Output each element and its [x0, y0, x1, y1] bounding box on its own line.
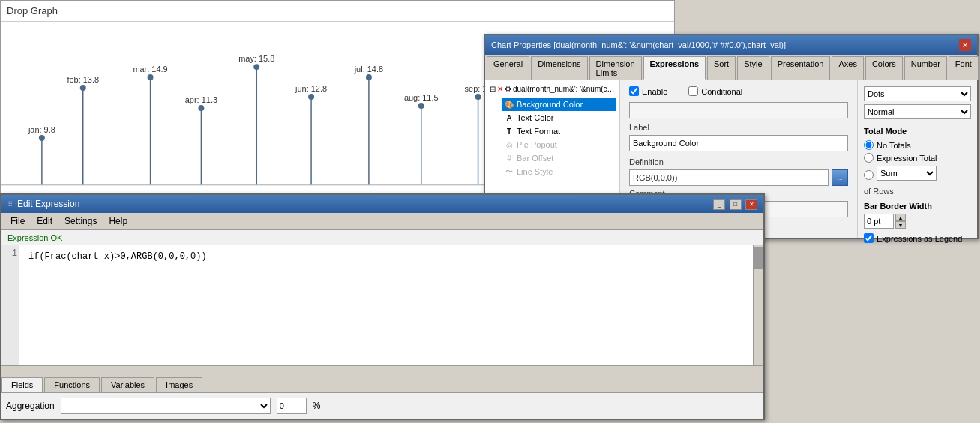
menu-file[interactable]: File	[4, 214, 31, 228]
expr-legend-label: Expressions as Legend	[877, 234, 962, 243]
tab-fields[interactable]: Fields	[1, 377, 43, 392]
tab-dimensions[interactable]: Dimensions	[531, 56, 587, 80]
tab-sort[interactable]: Sort	[707, 56, 736, 80]
expr-total-radio[interactable]	[864, 153, 874, 163]
svg-point-25	[475, 94, 481, 100]
chart-props-title: Chart Properties [dual(month_num&': '&nu…	[491, 40, 786, 50]
bottom-content: Aggregation %	[1, 393, 763, 418]
svg-point-22	[418, 103, 424, 109]
definition-btn[interactable]: ...	[832, 170, 848, 186]
bottom-tabs: Fields Functions Variables Images	[1, 376, 763, 393]
code-text: if(Frac(chart_x)>0,ARGB(0,0,0,0))	[28, 251, 207, 262]
right-side-panel: Dots Normal Total Mode No Totals Express…	[857, 80, 977, 238]
conditional-checkbox[interactable]	[688, 86, 698, 96]
tree-node-background-color[interactable]: 🎨 Background Color	[502, 98, 616, 111]
definition-section-header: Definition	[629, 158, 848, 166]
svg-text:jun: 12.8: jun: 12.8	[295, 84, 327, 93]
aggregation-number-input[interactable]	[277, 398, 307, 414]
tab-general[interactable]: General	[487, 56, 529, 80]
sum-row: Sum	[864, 166, 971, 184]
tab-functions[interactable]: Functions	[44, 377, 100, 392]
definition-row: ...	[629, 170, 848, 186]
edit-expression-window: ⠿ Edit Expression _ □ ✕ File Edit Settin…	[0, 194, 765, 420]
enable-label: Enable	[642, 87, 667, 96]
enable-checkbox-label: Enable	[629, 86, 667, 96]
drop-graph-title-text: Drop Graph	[7, 5, 58, 16]
conditional-checkbox-label: Conditional	[688, 86, 742, 96]
text-format-icon: T	[503, 125, 515, 137]
sum-radio[interactable]	[864, 170, 874, 180]
tab-font[interactable]: Font	[949, 56, 979, 80]
chart-props-close-button[interactable]: ✕	[959, 39, 971, 51]
label-input[interactable]	[629, 135, 848, 152]
svg-text:jul: 14.8: jul: 14.8	[354, 64, 383, 74]
text-color-icon: A	[503, 112, 515, 124]
aggregation-select[interactable]	[61, 398, 271, 414]
close-button[interactable]: ✕	[745, 200, 757, 210]
enable-checkbox[interactable]	[629, 86, 639, 96]
svg-text:aug: 11.5: aug: 11.5	[404, 93, 439, 102]
svg-point-7	[148, 74, 154, 80]
svg-point-10	[198, 105, 204, 111]
tree-node-pie-popout[interactable]: ◎ Pie Popout	[502, 138, 616, 152]
tab-variables[interactable]: Variables	[101, 377, 154, 392]
svg-text:apr: 11.3: apr: 11.3	[185, 95, 217, 104]
minimize-button[interactable]: _	[713, 200, 725, 210]
expression-editor-area[interactable]: 1 if(Frac(chart_x)>0,ARGB(0,0,0,0))	[1, 245, 763, 365]
bar-border-input[interactable]	[864, 214, 894, 229]
tab-colors[interactable]: Colors	[865, 56, 903, 80]
menu-settings[interactable]: Settings	[58, 214, 103, 228]
enable-row: Enable Conditional	[629, 86, 848, 96]
vertical-scrollbar[interactable]	[753, 245, 763, 364]
expr-total-radio-row: Expression Total	[864, 153, 971, 163]
pie-popout-icon: ◎	[503, 139, 515, 151]
svg-text:feb: 13.8: feb: 13.8	[67, 75, 99, 84]
tab-number[interactable]: Number	[904, 56, 947, 80]
conditional-input[interactable]	[629, 102, 848, 118]
sum-select[interactable]: Sum	[877, 166, 937, 181]
expression-children: 🎨 Background Color A Text Color T Text F…	[488, 98, 616, 178]
window-controls: _ □ ✕	[712, 198, 757, 210]
tab-dimension-limits[interactable]: Dimension Limits	[589, 56, 642, 80]
drag-handle-icon: ⠿	[7, 200, 13, 208]
definition-input[interactable]	[629, 170, 829, 186]
percent-label: %	[313, 400, 321, 411]
line-numbers: 1	[1, 245, 19, 364]
tab-axes[interactable]: Axes	[832, 56, 863, 80]
svg-text:mar: 14.9: mar: 14.9	[133, 64, 167, 74]
conditional-label: Conditional	[701, 87, 742, 96]
tab-style[interactable]: Style	[737, 56, 769, 80]
dots-select[interactable]: Dots	[864, 86, 971, 101]
expr-legend-row: Expressions as Legend	[864, 233, 971, 243]
no-totals-label: No Totals	[877, 141, 911, 150]
expr-legend-checkbox[interactable]	[864, 233, 874, 243]
svg-point-16	[308, 94, 314, 100]
tree-node-text-format[interactable]: T Text Format	[502, 124, 616, 138]
menu-help[interactable]: Help	[103, 214, 133, 228]
tree-node-text-color[interactable]: A Text Color	[502, 111, 616, 124]
tree-node-bar-offset[interactable]: # Bar Offset	[502, 152, 616, 165]
line-number-1: 1	[3, 248, 17, 259]
tree-node-line-style[interactable]: 〜 Line Style	[502, 165, 616, 178]
bar-border-spinner: ▲ ▼	[864, 214, 971, 229]
normal-select[interactable]: Normal	[864, 104, 971, 119]
chart-props-titlebar: Chart Properties [dual(month_num&': '&nu…	[485, 35, 977, 55]
tab-expressions[interactable]: Expressions	[643, 56, 706, 80]
aggregation-label: Aggregation	[6, 400, 55, 411]
label-section-header: Label	[629, 123, 848, 132]
code-content: if(Frac(chart_x)>0,ARGB(0,0,0,0))	[25, 248, 760, 265]
tab-images[interactable]: Images	[156, 377, 202, 392]
expression-status: Expression OK	[1, 230, 763, 245]
total-mode-title: Total Mode	[864, 127, 971, 136]
horizontal-scrollbar[interactable]	[1, 365, 763, 376]
bar-border-title: Bar Border Width	[864, 202, 971, 211]
scrollbar-thumb[interactable]	[754, 247, 763, 269]
tab-presentation[interactable]: Presentation	[771, 56, 831, 80]
bar-border-up[interactable]: ▲	[895, 214, 906, 221]
restore-button[interactable]: □	[730, 200, 742, 210]
bar-border-down[interactable]: ▼	[895, 221, 906, 229]
no-totals-radio[interactable]	[864, 140, 874, 150]
expression-status-text: Expression OK	[7, 233, 62, 242]
menu-edit[interactable]: Edit	[31, 214, 58, 228]
svg-point-4	[80, 85, 86, 91]
